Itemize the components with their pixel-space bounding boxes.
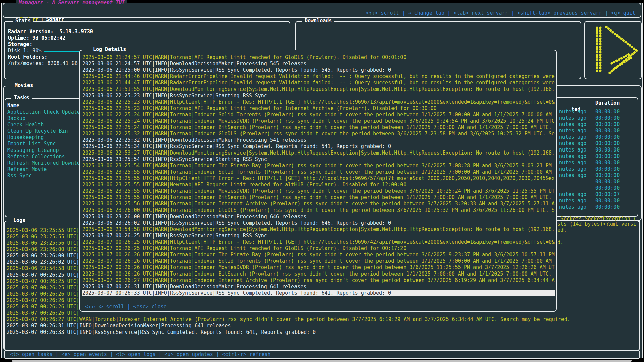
event-row[interactable]: nutes ago00:00:00 [559,121,640,128]
bottom-help-bar: <t> open tasks | <e> open events | <l> o… [10,351,271,358]
event-started-cell: nutes ago [559,134,586,140]
log-detail-line[interactable]: 2025-03-06 21:51:55 UTC|WARN|DownloadMon… [82,86,555,93]
log-overflow-fragment: d. [557,239,564,246]
log-detail-line[interactable]: 2025-03-07 00:26:25 UTC|WARN|Torznab|API… [82,245,555,252]
log-detail-line[interactable]: 2025-03-06 23:25:54 UTC|WARN|Torznab|Ind… [82,163,555,169]
log-row[interactable]: 2025-03-07 00:26:31 UTC|INFO|DownloadDec… [7,323,638,329]
event-row[interactable]: nutes ago00:00:00 [559,166,640,172]
event-started-cell: nutes ago [559,147,586,153]
events-table-headers: ted Duration [559,100,580,106]
log-detail-line[interactable]: 2025-03-06 23:25:55 UTC|WARN|Torznab|Ind… [82,188,555,194]
log-detail-line[interactable]: 2025-03-06 22:25:24 UTC|WARN|Torznab|Ind… [82,124,555,131]
event-row[interactable]: nutes ago00:00:00 [559,147,640,153]
event-duration-cell: 00:00:00 [595,204,620,210]
event-duration-cell: 00:00:00 [595,153,620,160]
event-duration-cell: 00:00:00 [595,140,620,147]
event-duration-cell: 00:00:00 [595,147,620,153]
window-bottom-strip [12,360,632,362]
log-details-modal: Log Details 2025-03-06 21:24:57 UTC|WARN… [79,50,557,312]
log-detail-line[interactable]: 2025-03-06 22:25:23 UTC|WARN|HttpClient|… [82,99,555,105]
event-started-cell: nutes ago [559,115,586,121]
log-detail-line[interactable]: 2025-03-06 22:25:24 UTC|WARN|Torznab|Ind… [82,118,555,124]
event-started-cell: nutes ago [559,109,586,115]
modal-help-bar: <↑↓←→> scroll | <esc> close [85,304,167,310]
event-duration-cell: 00:00:00 [595,121,620,128]
event-started-cell: nutes ago [559,204,586,210]
log-detail-line[interactable]: 2025-03-06 23:25:54 UTC|INFO|RssSyncServ… [82,156,555,163]
log-detail-line[interactable]: 2025-03-06 23:26:00 UTC|WARN|Torznab|Ind… [82,207,555,214]
log-detail-line[interactable]: 2025-03-07 00:26:26 UTC|WARN|Torznab|Ind… [82,264,555,271]
event-started-cell: nutes ago [559,128,586,134]
event-started-cell: nutes ago [559,172,586,178]
tasks-popup-title: Tasks [11,95,32,101]
log-detail-line[interactable]: 2025-03-06 22:25:34 UTC|INFO|RssSyncServ… [82,143,555,150]
event-duration-cell: 00:00:00 [595,172,620,179]
event-row[interactable]: nutes ago00:00:00 [559,109,640,115]
event-started-cell: nutes ago [559,191,586,197]
events-duration-header: Duration [595,100,620,106]
logs-popup-title: Logs [11,217,28,224]
log-detail-line[interactable]: 2025-03-07 00:26:31 UTC|INFO|DownloadDec… [82,284,555,290]
log-row[interactable]: 2025-03-07 00:26:27 UTC|WARN|Torznab|Ind… [7,316,638,323]
log-detail-line[interactable]: 2025-03-06 21:25:00 UTC|INFO|RssSyncServ… [82,67,555,73]
stats-row: Uptime: 9d 05:02:42 [8,35,288,41]
event-row[interactable]: nutes ago00:00:00 [559,128,640,134]
movies-panel-title: Movies [12,82,36,89]
event-row[interactable]: nutes ago00:00:00 [559,198,640,204]
event-duration-cell: 00:00:00 [595,109,620,115]
log-overflow-fragment: ed. [557,227,567,233]
event-started-cell: nutes ago [559,140,586,146]
log-detail-line[interactable]: 2025-03-06 21:24:57 UTC|WARN|Torznab|API… [82,54,555,61]
log-detail-line[interactable]: 2025-03-06 22:25:32 UTC|INFO|DownloadDec… [82,137,555,143]
log-detail-line[interactable]: 2025-03-07 00:26:27 UTC|WARN|Torznab|Ind… [82,277,555,284]
log-detail-line[interactable]: 2025-03-06 23:25:55 UTC|WARN|Torznab|Ind… [82,194,555,201]
log-detail-line[interactable]: 2025-03-06 22:25:32 UTC|WARN|Torznab|Ind… [82,131,555,137]
event-row[interactable]: nutes ago00:00:00 [559,153,640,160]
log-row[interactable]: 2025-03-07 00:26:33 UTC|INFO|RssSyncServ… [7,329,638,336]
log-detail-line[interactable]: 2025-03-07 00:26:26 UTC|WARN|Torznab|Ind… [82,258,555,264]
log-detail-line[interactable]: 2025-03-06 21:44:47 UTC|WARN|RadarrError… [82,80,555,86]
event-row[interactable]: 00:00:00 [559,185,640,191]
log-detail-line[interactable]: 2025-03-06 23:25:55 UTC|WARN|Newznab|API… [82,182,555,188]
log-detail-line[interactable]: 2025-03-06 23:54:58 UTC|WARN|DownloadMon… [82,226,555,233]
log-detail-line[interactable]: 2025-03-06 22:25:23 UTC|WARN|Torznab|API… [82,105,555,112]
event-duration-cell: 00:00:00 [595,166,620,172]
event-row[interactable]: nutes ago00:00:00 [559,172,640,179]
event-duration-cell: 00:00:00 [595,179,620,185]
event-row[interactable]: nutes ago00:00:00 [559,140,640,147]
log-detail-line[interactable]: 2025-03-06 22:25:24 UTC|WARN|Torznab|Ind… [82,112,555,118]
event-row[interactable]: nutes ago00:00:00 [559,134,640,140]
stats-row: Radarr Version: 5.19.3.9730 [8,28,288,35]
stats-panel-title: Stats [13,18,33,24]
log-detail-line[interactable]: 2025-03-06 22:53:27 UTC|WARN|DownloadMon… [82,150,555,156]
log-detail-line-selected[interactable]: 2025-03-07 00:26:33 UTC|INFO|RssSyncServ… [82,290,555,296]
log-detail-line[interactable]: 2025-03-06 21:44:46 UTC|WARN|RadarrError… [82,73,555,80]
log-detail-line[interactable]: 2025-03-06 23:26:02 UTC|INFO|RssSyncServ… [82,220,555,226]
event-row[interactable]: nutes ago00:00:07 [559,191,640,198]
log-detail-line[interactable]: 2025-03-07 00:26:25 UTC|WARN|HttpClient|… [82,239,555,245]
log-detail-line[interactable]: 2025-03-06 23:25:55 UTC|WARN|Torznab|Ind… [82,169,555,175]
downloads-panel-title: Downloads [302,18,334,24]
event-row[interactable]: nutes ago00:00:00 [559,204,640,210]
event-row[interactable]: nutes ago00:00:00 [559,115,640,121]
log-detail-line[interactable]: 2025-03-07 00:26:26 UTC|WARN|Torznab|Ind… [82,252,555,258]
event-row[interactable]: nutes ago00:00:00 [559,160,640,166]
event-row[interactable]: 00:00:00 [559,179,640,185]
event-duration-cell: 00:00:00 [595,134,620,140]
log-detail-line[interactable]: 2025-03-06 23:25:56 UTC|WARN|Torznab|Ind… [82,201,555,207]
bottom-bar: <t> open tasks | <e> open events | <l> o… [4,350,640,359]
log-detail-line[interactable]: 2025-03-06 23:25:55 UTC|WARN|HttpClient|… [82,175,555,182]
log-detail-line[interactable]: 2025-03-07 00:26:26 UTC|WARN|Torznab|Ind… [82,271,555,277]
app-title: Managarr - A Servarr management TUI [16,0,127,6]
top-bar: Managarr - A Servarr management TUI Rada… [3,3,641,18]
event-started-cell: nutes ago [559,198,586,204]
event-started-cell: nutes ago [559,166,586,172]
logo-panel [584,21,642,79]
event-started-cell: nutes ago [559,121,586,127]
log-detail-line[interactable]: 2025-03-06 21:24:57 UTC|INFO|DownloadDec… [82,61,555,67]
log-detail-lines: 2025-03-06 21:24:57 UTC|WARN|Torznab|API… [82,54,555,296]
log-detail-line[interactable]: 2025-03-06 23:26:00 UTC|INFO|DownloadDec… [82,214,555,220]
log-detail-line[interactable]: 2025-03-06 22:25:23 UTC|INFO|RssSyncServ… [82,93,555,99]
log-detail-line[interactable]: 2025-03-07 00:26:25 UTC|INFO|RssSyncServ… [82,233,555,239]
event-duration-cell: 00:00:00 [595,185,620,191]
